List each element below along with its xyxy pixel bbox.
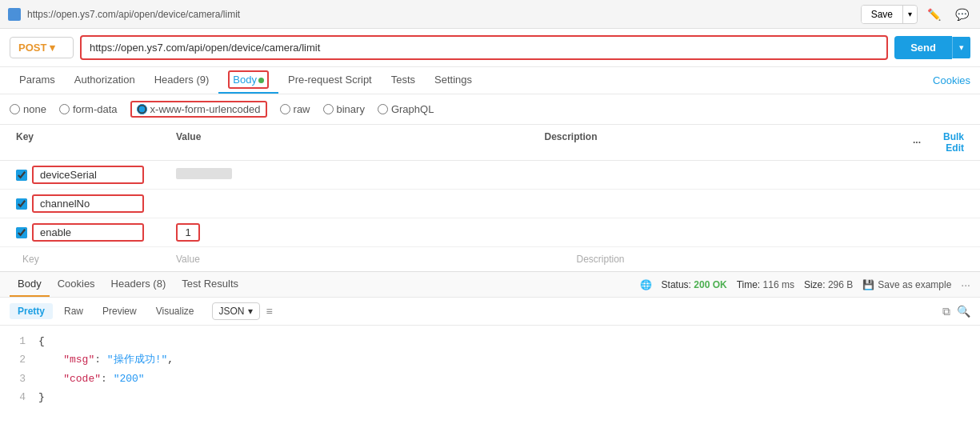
add-row: Key Value Description xyxy=(0,247,980,271)
bottom-tab-test-results[interactable]: Test Results xyxy=(174,272,246,297)
save-button[interactable]: Save xyxy=(862,6,903,23)
key-cell-3: enable xyxy=(10,220,170,245)
add-key-placeholder[interactable]: Key xyxy=(10,249,170,270)
row1-checkbox[interactable] xyxy=(16,170,27,181)
value-cell-1 xyxy=(170,165,570,185)
code-line-2: 2 "msg": "操作成功!", xyxy=(10,350,970,369)
value-cell-2[interactable] xyxy=(170,201,570,207)
format-actions: ⧉ 🔍 xyxy=(942,305,970,318)
top-bar-url: https://open.ys7.com/api/open/device/cam… xyxy=(27,9,854,20)
request-tabs: Params Authorization Headers (9) Body Pr… xyxy=(0,67,980,94)
response-format-row: Pretty Raw Preview Visualize JSON ▾ ≡ ⧉ … xyxy=(0,298,980,326)
cookies-link[interactable]: Cookies xyxy=(933,74,970,86)
bottom-tab-cookies[interactable]: Cookies xyxy=(50,272,103,297)
json-format-select[interactable]: JSON ▾ xyxy=(212,302,260,320)
tab-headers[interactable]: Headers (9) xyxy=(145,67,219,94)
send-dropdown-arrow[interactable]: ▾ xyxy=(952,37,970,58)
tab-params[interactable]: Params xyxy=(10,67,65,94)
filter-icon[interactable]: ≡ xyxy=(266,305,273,318)
url-input[interactable]: https://open.ys7.com/api/open/device/cam… xyxy=(80,35,888,60)
row3-key[interactable]: enable xyxy=(32,223,144,242)
size-value: 296 B xyxy=(828,279,853,290)
add-desc-placeholder[interactable]: Description xyxy=(570,249,971,270)
body-tab-box: Body xyxy=(228,70,269,89)
send-button-group: Send ▾ xyxy=(894,36,970,59)
globe-icon: 🌐 xyxy=(640,279,652,290)
header-key: Key xyxy=(10,128,170,157)
method-label: POST xyxy=(18,42,46,54)
bottom-tab-headers[interactable]: Headers (8) xyxy=(103,272,174,297)
radio-form-data[interactable]: form-data xyxy=(59,103,118,115)
send-button[interactable]: Send xyxy=(894,36,952,59)
radio-binary[interactable]: binary xyxy=(323,103,365,115)
bottom-status-bar: 🌐 Status: 200 OK Time: 116 ms Size: 296 … xyxy=(640,278,970,291)
method-select[interactable]: POST ▾ xyxy=(10,37,74,58)
body-type-row: none form-data x-www-form-urlencoded raw… xyxy=(0,94,980,125)
radio-urlencoded[interactable]: x-www-form-urlencoded xyxy=(130,101,267,118)
header-bulk-edit: ··· Bulk Edit xyxy=(906,128,970,157)
save-button-group[interactable]: Save ▾ xyxy=(861,5,918,24)
top-bar-actions: ✏️ 💬 xyxy=(924,6,972,22)
copy-btn[interactable]: ⧉ xyxy=(942,305,950,318)
method-arrow: ▾ xyxy=(50,42,55,54)
response-tabs-row: Body Cookies Headers (8) Test Results 🌐 … xyxy=(0,272,980,298)
bulk-edit-dots: ··· xyxy=(913,137,921,148)
search-btn[interactable]: 🔍 xyxy=(957,305,970,318)
body-tab-label: Body xyxy=(233,74,257,86)
response-code-view: 1 { 2 "msg": "操作成功!", 3 "code": "200" 4 … xyxy=(0,326,980,414)
code-line-1: 1 { xyxy=(10,332,970,350)
row1-value-blurred xyxy=(176,168,232,179)
add-value-placeholder[interactable]: Value xyxy=(170,249,570,270)
bottom-section: Body Cookies Headers (8) Test Results 🌐 … xyxy=(0,271,980,414)
code-line-4: 4 } xyxy=(10,388,970,406)
row3-value-box[interactable]: 1 xyxy=(176,223,200,242)
comment-icon-btn[interactable]: 💬 xyxy=(952,6,972,22)
desc-cell-1[interactable] xyxy=(570,172,971,178)
row1-key[interactable]: deviceSerial xyxy=(32,166,144,184)
desc-cell-3[interactable] xyxy=(570,230,971,236)
bottom-tab-body[interactable]: Body xyxy=(10,272,50,297)
params-table-header: Key Value Description ··· Bulk Edit xyxy=(0,125,980,161)
edit-icon-btn[interactable]: ✏️ xyxy=(924,6,944,22)
row3-checkbox[interactable] xyxy=(16,227,27,238)
fmt-tab-pretty[interactable]: Pretty xyxy=(10,303,53,319)
radio-raw[interactable]: raw xyxy=(280,103,310,115)
tab-prerequest[interactable]: Pre-request Script xyxy=(278,67,382,94)
bulk-edit-label[interactable]: Bulk Edit xyxy=(926,131,964,154)
status-value: 200 OK xyxy=(694,279,726,290)
value-cell-3[interactable]: 1 xyxy=(170,220,570,245)
status-label: Status: 200 OK xyxy=(662,279,727,290)
row2-key[interactable]: channelNo xyxy=(32,194,144,213)
fmt-tab-raw[interactable]: Raw xyxy=(56,303,91,319)
fmt-tab-preview[interactable]: Preview xyxy=(94,303,145,319)
size-label: Size: 296 B xyxy=(804,279,853,290)
tab-authorization[interactable]: Authorization xyxy=(65,67,145,94)
header-value: Value xyxy=(170,128,538,157)
request-bar: POST ▾ https://open.ys7.com/api/open/dev… xyxy=(0,29,980,67)
key-cell-2: channelNo xyxy=(10,191,170,216)
save-icon: 💾 xyxy=(862,279,874,290)
key-cell-1: deviceSerial xyxy=(10,162,170,187)
app-icon xyxy=(8,8,21,21)
desc-cell-2[interactable] xyxy=(570,201,971,207)
tab-tests[interactable]: Tests xyxy=(382,67,425,94)
save-example-btn[interactable]: 💾 Save as example xyxy=(862,279,951,290)
code-key-msg: "msg" xyxy=(63,354,94,366)
code-value-msg: "操作成功!" xyxy=(107,354,167,366)
time-label: Time: 116 ms xyxy=(737,279,794,290)
table-row: deviceSerial xyxy=(0,161,980,190)
code-key-code: "code" xyxy=(63,373,101,385)
row2-checkbox[interactable] xyxy=(16,198,27,210)
table-row: channelNo xyxy=(0,190,980,218)
json-label: JSON xyxy=(219,306,245,317)
radio-none[interactable]: none xyxy=(10,103,46,115)
fmt-tab-visualize[interactable]: Visualize xyxy=(148,303,202,319)
json-arrow: ▾ xyxy=(248,306,253,317)
top-bar: https://open.ys7.com/api/open/device/cam… xyxy=(0,0,980,29)
tab-settings[interactable]: Settings xyxy=(425,67,482,94)
body-active-dot xyxy=(258,78,264,83)
radio-graphql[interactable]: GraphQL xyxy=(378,103,434,115)
tab-body[interactable]: Body xyxy=(218,67,278,94)
save-dropdown-arrow[interactable]: ▾ xyxy=(903,6,917,22)
more-options-btn[interactable]: ··· xyxy=(961,278,970,291)
